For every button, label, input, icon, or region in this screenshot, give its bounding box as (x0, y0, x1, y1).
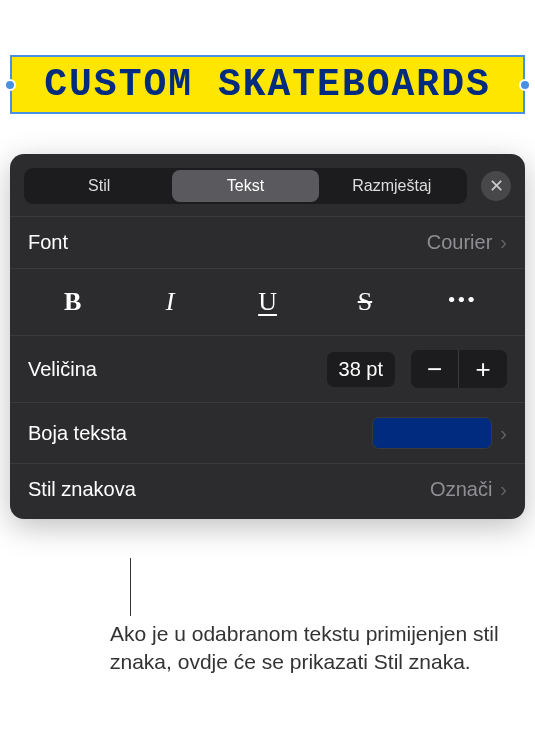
resize-handle-right[interactable] (519, 79, 531, 91)
character-style-row[interactable]: Stil znakova Označi › (10, 463, 525, 515)
close-icon: ✕ (489, 175, 504, 197)
font-value-container: Courier › (427, 231, 507, 254)
italic-button[interactable]: I (121, 279, 218, 325)
strikethrough-button[interactable]: S (316, 279, 413, 325)
document-canvas: CUSTOM SKATEBOARDS (0, 0, 535, 154)
segmented-tabs: Stil Tekst Razmještaj (24, 168, 467, 204)
close-button[interactable]: ✕ (481, 171, 511, 201)
textbox-content: CUSTOM SKATEBOARDS (44, 63, 490, 106)
tab-razmjestaj[interactable]: Razmještaj (319, 170, 465, 202)
tabs-row: Stil Tekst Razmještaj ✕ (10, 168, 525, 216)
text-color-value: › (372, 417, 507, 449)
font-label: Font (28, 231, 68, 254)
text-color-label: Boja teksta (28, 422, 127, 445)
underline-button[interactable]: U (219, 279, 316, 325)
chevron-right-icon: › (500, 422, 507, 445)
chevron-right-icon: › (500, 231, 507, 254)
callout-text: Ako je u odabranom tekstu primijenjen st… (110, 620, 510, 677)
character-style-value-container: Označi › (430, 478, 507, 501)
size-label: Veličina (28, 358, 97, 381)
chevron-right-icon: › (500, 478, 507, 501)
color-swatch[interactable] (372, 417, 492, 449)
font-row[interactable]: Font Courier › (10, 216, 525, 268)
selected-textbox[interactable]: CUSTOM SKATEBOARDS (10, 55, 525, 114)
character-style-value: Označi (430, 478, 492, 501)
size-row: Veličina 38 pt − + (10, 335, 525, 402)
bold-button[interactable]: B (24, 279, 121, 325)
resize-handle-left[interactable] (4, 79, 16, 91)
size-value-field[interactable]: 38 pt (327, 352, 395, 387)
tab-stil[interactable]: Stil (26, 170, 172, 202)
size-stepper: − + (411, 350, 507, 388)
size-controls: 38 pt − + (327, 350, 507, 388)
format-panel: Stil Tekst Razmještaj ✕ Font Courier › B… (10, 154, 525, 519)
size-decrease-button[interactable]: − (411, 350, 459, 388)
text-color-row[interactable]: Boja teksta › (10, 402, 525, 463)
size-increase-button[interactable]: + (459, 350, 507, 388)
callout-leader-line (130, 558, 131, 616)
tab-tekst[interactable]: Tekst (172, 170, 318, 202)
character-style-label: Stil znakova (28, 478, 136, 501)
more-format-button[interactable]: ••• (414, 279, 511, 325)
format-buttons-row: B I U S ••• (10, 268, 525, 335)
font-value: Courier (427, 231, 493, 254)
